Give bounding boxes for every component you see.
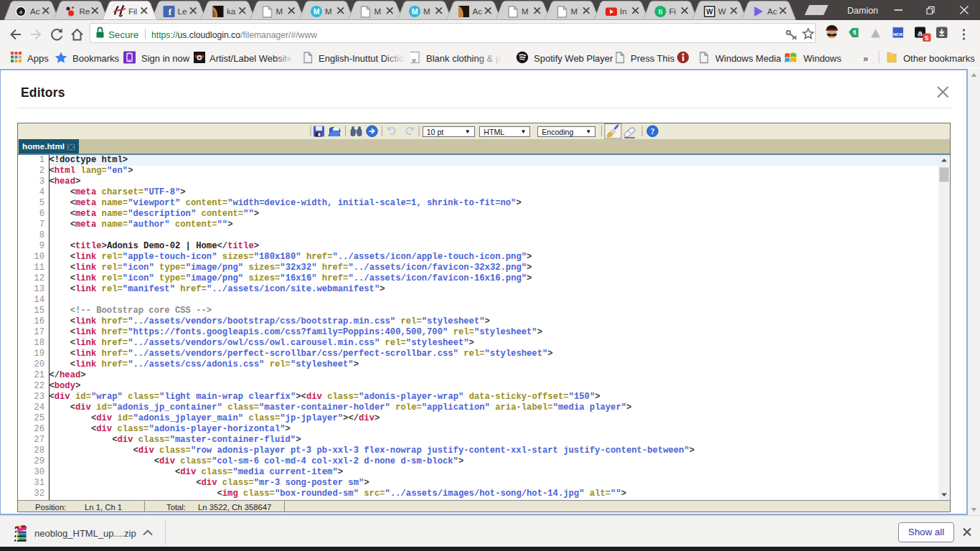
- svg-text:https://us.cloudlogin.co/filem: https://us.cloudlogin.co/filemanager/#/w…: [151, 30, 317, 40]
- svg-text:Fi: Fi: [669, 7, 677, 16]
- svg-text:Ac: Ac: [473, 7, 483, 16]
- svg-text:1: 1: [853, 29, 857, 36]
- svg-text:a: a: [19, 8, 22, 15]
- svg-text:»: »: [863, 53, 868, 64]
- svg-text:Ac: Ac: [768, 7, 778, 16]
- svg-text:Damion: Damion: [847, 6, 878, 16]
- svg-text:Secure: Secure: [108, 29, 138, 40]
- svg-text:Re: Re: [80, 7, 90, 16]
- svg-text:?: ?: [651, 127, 655, 136]
- svg-text:Le: Le: [178, 7, 187, 16]
- svg-text:M: M: [412, 7, 418, 16]
- svg-text:M: M: [314, 7, 320, 16]
- svg-text:NEW: NEW: [893, 32, 903, 37]
- svg-text:M: M: [423, 7, 430, 16]
- svg-text:W: W: [706, 8, 713, 16]
- svg-text:W: W: [718, 7, 726, 16]
- svg-text:M: M: [571, 7, 578, 16]
- svg-text:fi: fi: [659, 8, 663, 16]
- svg-text:M: M: [522, 7, 529, 16]
- svg-text:f: f: [169, 6, 172, 17]
- svg-text:In: In: [620, 7, 627, 16]
- svg-text:M: M: [276, 7, 283, 16]
- svg-text:M: M: [374, 7, 382, 16]
- svg-text:Ac: Ac: [30, 7, 40, 16]
- svg-text:5: 5: [925, 34, 928, 42]
- svg-text:neoblog_HTML_up....zip: neoblog_HTML_up....zip: [34, 528, 136, 539]
- svg-text:Fil: Fil: [128, 7, 137, 16]
- svg-text:ka: ka: [227, 7, 236, 16]
- svg-text:M: M: [325, 7, 332, 16]
